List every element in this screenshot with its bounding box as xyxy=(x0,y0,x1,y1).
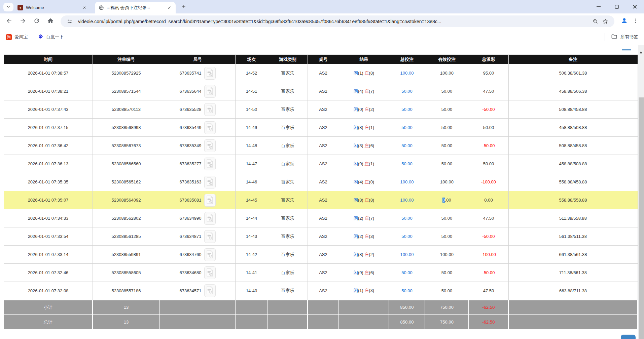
column-header-11: 备注 xyxy=(508,55,638,64)
maximize-button[interactable] xyxy=(608,0,626,13)
session-cell: 14-41 xyxy=(235,264,268,282)
summary-empty-cell xyxy=(508,300,638,315)
video-replay-button[interactable] xyxy=(204,194,216,207)
back-button[interactable] xyxy=(3,15,15,28)
video-replay-button[interactable] xyxy=(204,266,216,279)
bet-row[interactable]: 2026-01-01 07:38:21523088571544673635644… xyxy=(4,82,638,100)
note-cell: 511.38/558.88 xyxy=(508,209,638,227)
column-header-2: 注单编号 xyxy=(93,55,160,64)
video-replay-button[interactable] xyxy=(204,139,216,152)
total-bet-cell: 100.00 xyxy=(389,173,425,191)
bet-row[interactable]: 2026-01-01 07:32:46523088558605673634680… xyxy=(4,264,638,282)
session-cell: 14-47 xyxy=(235,155,268,173)
video-replay-button[interactable] xyxy=(204,176,216,188)
session-cell: 14-50 xyxy=(235,100,268,119)
new-tab-button[interactable] xyxy=(180,3,188,11)
video-replay-button[interactable] xyxy=(204,121,216,134)
reload-button[interactable] xyxy=(31,15,43,28)
scroll-action-button[interactable] xyxy=(621,335,636,339)
all-bookmarks-button[interactable]: 所有书签 xyxy=(611,33,638,41)
round-id: 673635081 xyxy=(179,198,201,203)
video-file-icon xyxy=(206,177,213,187)
bet-row[interactable]: 2026-01-01 07:33:54523088561285673634871… xyxy=(4,227,638,246)
time-cell: 2026-01-01 07:38:21 xyxy=(4,82,93,100)
bet-row[interactable]: 2026-01-01 07:35:35523088565162673635163… xyxy=(4,173,638,191)
tab-bet-record[interactable]: :::视讯 会员下注纪录::: xyxy=(95,2,176,13)
welcome-favicon-icon: ♠ xyxy=(17,5,23,10)
note-cell: 711.38/661.38 xyxy=(508,264,638,282)
bet-table-footer: 小计13850.00750.00-62.50总计13850.00750.00-6… xyxy=(4,300,638,330)
bet-row[interactable]: 2026-01-01 07:36:13523088566560673635277… xyxy=(4,155,638,173)
page-scrollbar[interactable] xyxy=(638,45,644,339)
bookmark-taobao[interactable]: 淘 爱淘宝 xyxy=(6,34,28,40)
result-cell: 闲(2) 庄(3) xyxy=(339,227,389,246)
session-cell: 14-48 xyxy=(235,137,268,155)
scrollbar-up-arrow-icon[interactable] xyxy=(640,51,642,53)
video-replay-button[interactable] xyxy=(204,158,216,170)
bet-row[interactable]: 2026-01-01 07:32:08523088557186673634571… xyxy=(4,282,638,300)
round-cell: 673635349 xyxy=(160,137,235,155)
tab-close-button[interactable] xyxy=(81,5,87,11)
bookmark-star-icon[interactable] xyxy=(600,16,610,27)
table-no-cell: AS2 xyxy=(308,155,339,173)
round-id: 673634871 xyxy=(179,234,201,239)
round-id: 673635163 xyxy=(179,179,201,184)
bookmark-baidu[interactable]: 百度一下 xyxy=(38,34,64,40)
header-row: 时间注单编号局号场次游戏类别桌号结果总投注有效投注总派彩备注 xyxy=(4,55,638,64)
summary-count: 13 xyxy=(93,300,160,315)
bet-id-cell: 523088558605 xyxy=(93,264,160,282)
bet-id-cell: 523088562802 xyxy=(93,209,160,227)
video-replay-button[interactable] xyxy=(204,103,216,116)
result-cell: 闲(9) 庄(6) xyxy=(339,264,389,282)
payout-cell: -50.00 xyxy=(469,137,508,155)
video-replay-button[interactable] xyxy=(204,284,216,297)
round-cell: 673635528 xyxy=(160,100,235,119)
url-bar[interactable]: videoie.com/ipl/portal.php/game/betrecor… xyxy=(61,15,614,27)
video-replay-button[interactable] xyxy=(204,248,216,261)
video-replay-button[interactable] xyxy=(204,85,216,98)
game-type-cell: 百家乐 xyxy=(268,282,308,300)
forward-button[interactable] xyxy=(17,15,29,28)
bet-row[interactable]: 2026-01-01 07:37:15523088568998673635449… xyxy=(4,119,638,137)
bet-row[interactable]: 2026-01-01 07:36:42523088567673673635349… xyxy=(4,137,638,155)
note-cell: 558.88/458.88 xyxy=(508,173,638,191)
bet-row[interactable]: 2026-01-01 07:35:07523088564092673635081… xyxy=(4,191,638,209)
time-cell: 2026-01-01 07:32:08 xyxy=(4,282,93,300)
url-text: videoie.com/ipl/portal.php/game/betrecor… xyxy=(78,19,590,24)
summary-empty-cell xyxy=(339,315,389,330)
zoom-icon[interactable] xyxy=(590,16,600,27)
site-info-icon[interactable] xyxy=(65,16,75,27)
video-replay-button[interactable] xyxy=(204,230,216,243)
home-button[interactable] xyxy=(44,15,57,28)
round-cell: 673635163 xyxy=(160,173,235,191)
bet-row[interactable]: 2026-01-01 07:37:43523088570113673635528… xyxy=(4,100,638,119)
total-bet-cell: 100.00 xyxy=(389,191,425,209)
video-replay-button[interactable] xyxy=(204,212,216,225)
round-id: 673634680 xyxy=(179,270,201,275)
minimize-button[interactable] xyxy=(589,0,608,13)
video-file-icon xyxy=(206,286,213,295)
round-cell: 673634990 xyxy=(160,209,235,227)
valid-bet-cell: 50.00 xyxy=(425,209,469,227)
scrollbar-thumb[interactable] xyxy=(639,97,644,339)
bet-row[interactable]: 2026-01-01 07:38:57523088572925673635741… xyxy=(4,64,638,82)
result-cell: 闲(2) 庄(7) xyxy=(339,209,389,227)
game-type-cell: 百家乐 xyxy=(268,227,308,246)
payout-cell: 50.00 xyxy=(469,155,508,173)
bet-row[interactable]: 2026-01-01 07:33:14523088559891673634760… xyxy=(4,246,638,264)
video-replay-button[interactable] xyxy=(204,67,216,80)
summary-empty-cell xyxy=(508,315,638,330)
tab-close-button[interactable] xyxy=(166,5,172,11)
forward-arrow-icon xyxy=(20,17,26,26)
note-cell: 508.88/458.88 xyxy=(508,100,638,119)
close-button[interactable] xyxy=(626,0,644,13)
profile-button[interactable] xyxy=(618,16,630,27)
bet-id-cell: 523088564092 xyxy=(93,191,160,209)
result-cell: 闲(0) 庄(2) xyxy=(339,100,389,119)
tab-search-button[interactable] xyxy=(3,3,13,11)
column-header-4: 场次 xyxy=(235,55,268,64)
browser-menu-button[interactable] xyxy=(630,16,641,27)
tab-welcome[interactable]: ♠ Welcome xyxy=(14,2,91,13)
valid-bet-cell: 50.00 xyxy=(425,282,469,300)
bet-row[interactable]: 2026-01-01 07:34:33523088562802673634990… xyxy=(4,209,638,227)
